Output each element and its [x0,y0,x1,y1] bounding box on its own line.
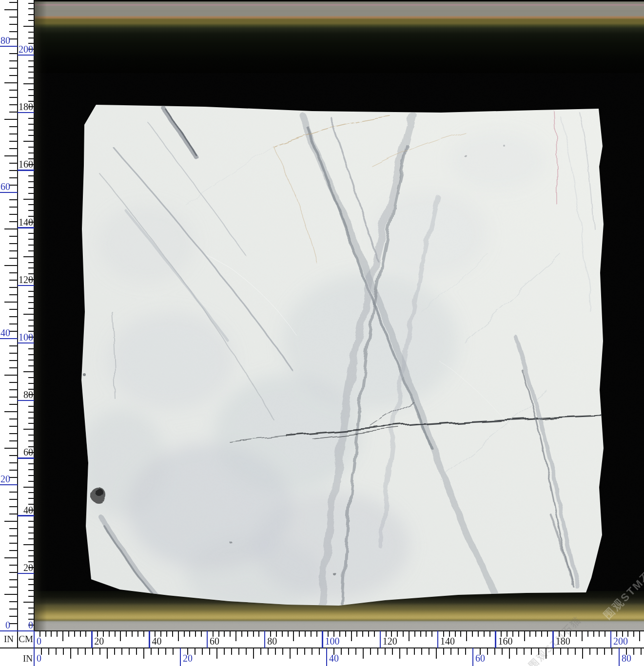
ruler-label: 200 [613,636,628,647]
ruler-label: 60 [475,653,485,664]
ruler-label: 140 [440,636,455,647]
ruler-label: 20 [0,474,10,484]
ruler-label: IN [4,634,14,644]
ruler-label: 0 [5,620,10,630]
ruler-label: 200 [19,44,33,55]
ruler-label: 160 [19,159,33,170]
ruler-label: 80 [622,653,631,664]
ruler-label: CM [19,634,33,644]
ruler-label: 0 [37,653,41,664]
ruler-label: 60 [23,447,33,457]
ruler-label: 20 [183,653,193,664]
ruler-label: 80 [23,389,33,400]
ruler-label: 40 [23,505,33,515]
ruler-label: 40 [329,653,339,664]
ruler-label: 20 [23,562,33,573]
ruler-ticks [0,0,644,666]
ruler-label: 80 [267,636,277,647]
ruler-label: 120 [19,274,33,285]
ruler-label: 0 [28,620,33,630]
ruler-label: 0 [37,636,41,647]
ruler-label: 100 [19,332,33,343]
ruler-label: 60 [210,636,219,647]
ruler-label: 60 [0,181,10,192]
ruler-label: 80 [0,35,10,46]
measurement-rulers: 0204060800204060801001201401601802000204… [0,0,644,666]
ruler-label: IN [23,653,33,664]
ruler-label: 180 [19,101,33,112]
ruler-label: 180 [556,636,570,647]
ruler-label: 160 [498,636,512,647]
ruler-label: 20 [94,636,104,647]
ruler-label: 40 [152,636,162,647]
ruler-label: 40 [0,327,10,338]
slab-scan-viewport: 围观STM石猫 围观STM石猫 020406080020406080100120… [0,0,644,666]
ruler-label: 140 [19,217,33,228]
ruler-label: 120 [383,636,397,647]
ruler-label: 100 [325,636,340,647]
